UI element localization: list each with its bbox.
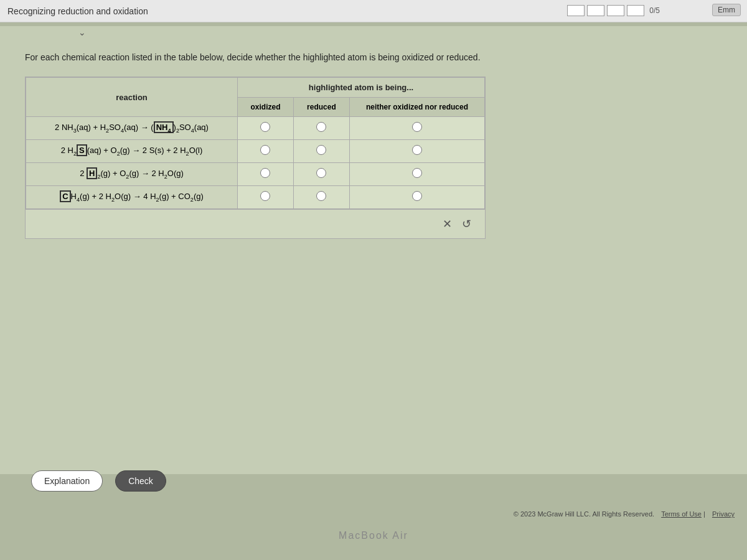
copyright-bar: © 2023 McGraw Hill LLC. All Rights Reser… bbox=[514, 510, 735, 518]
oxidized-header: oxidized bbox=[238, 98, 294, 117]
radio-cell-r1-reduced[interactable] bbox=[293, 117, 349, 140]
reaction-1: 2 NH3(aq) + H2SO4(aq) → (NH4)2SO4(aq) bbox=[26, 117, 238, 140]
score-box-2 bbox=[587, 5, 604, 16]
neither-header: neither oxidized nor reduced bbox=[349, 98, 484, 117]
radio-cell-r3-reduced[interactable] bbox=[293, 163, 349, 186]
reactions-table: reaction highlighted atom is being... ox… bbox=[26, 77, 485, 209]
radio-cell-r1-neither[interactable] bbox=[349, 117, 484, 140]
radio-r4-oxidized[interactable] bbox=[260, 191, 270, 201]
radio-cell-r4-neither[interactable] bbox=[349, 186, 484, 209]
table-row: 2 H2(g) + O2(g) → 2 H2O(g) bbox=[26, 163, 485, 186]
reaction-4: CH4(g) + 2 H2O(g) → 4 H2(g) + CO2(g) bbox=[26, 186, 238, 209]
reactions-table-container: reaction highlighted atom is being... ox… bbox=[25, 77, 486, 239]
radio-r3-reduced[interactable] bbox=[316, 168, 326, 178]
radio-r2-neither[interactable] bbox=[412, 145, 422, 155]
undo-icon[interactable]: ↺ bbox=[457, 215, 476, 233]
main-content: For each chemical reaction listed in the… bbox=[0, 39, 747, 474]
radio-r1-reduced[interactable] bbox=[316, 122, 326, 132]
radio-r4-reduced[interactable] bbox=[316, 191, 326, 201]
radio-cell-r4-oxidized[interactable] bbox=[238, 186, 294, 209]
page-title: Recognizing reduction and oxidation bbox=[7, 6, 148, 16]
emm-button[interactable]: Emm bbox=[712, 4, 741, 16]
radio-r2-oxidized[interactable] bbox=[260, 145, 270, 155]
macbook-label: MacBook Air bbox=[339, 530, 408, 541]
top-bar: Recognizing reduction and oxidation 0/5 … bbox=[0, 0, 747, 22]
copyright-text: © 2023 McGraw Hill LLC. All Rights Reser… bbox=[514, 510, 654, 518]
radio-r3-oxidized[interactable] bbox=[260, 168, 270, 178]
clear-icon[interactable]: ✕ bbox=[438, 215, 457, 233]
score-text: 0/5 bbox=[649, 6, 660, 15]
check-button[interactable]: Check bbox=[115, 470, 166, 492]
divider: | bbox=[703, 510, 707, 518]
score-box-3 bbox=[607, 5, 624, 16]
radio-cell-r4-reduced[interactable] bbox=[293, 186, 349, 209]
explanation-button[interactable]: Explanation bbox=[31, 470, 103, 492]
radio-cell-r3-oxidized[interactable] bbox=[238, 163, 294, 186]
score-box-4 bbox=[627, 5, 644, 16]
reaction-2: 2 H2S(aq) + O2(g) → 2 S(s) + 2 H2O(l) bbox=[26, 140, 238, 163]
action-icons-row: ✕ ↺ bbox=[26, 209, 485, 238]
score-area: 0/5 bbox=[567, 5, 660, 16]
table-row: 2 H2S(aq) + O2(g) → 2 S(s) + 2 H2O(l) bbox=[26, 140, 485, 163]
radio-cell-r2-neither[interactable] bbox=[349, 140, 484, 163]
terms-link[interactable]: Terms of Use bbox=[661, 510, 702, 518]
radio-r1-oxidized[interactable] bbox=[260, 122, 270, 132]
radio-r4-neither[interactable] bbox=[412, 191, 422, 201]
radio-cell-r2-reduced[interactable] bbox=[293, 140, 349, 163]
collapse-button[interactable]: ⌄ bbox=[75, 26, 90, 39]
radio-cell-r1-oxidized[interactable] bbox=[238, 117, 294, 140]
footer-bar: Explanation Check bbox=[0, 464, 747, 498]
score-box-1 bbox=[567, 5, 585, 16]
radio-r2-reduced[interactable] bbox=[316, 145, 326, 155]
table-row: 2 NH3(aq) + H2SO4(aq) → (NH4)2SO4(aq) bbox=[26, 117, 485, 140]
radio-cell-r2-oxidized[interactable] bbox=[238, 140, 294, 163]
radio-r3-neither[interactable] bbox=[412, 168, 422, 178]
reaction-col-header: reaction bbox=[26, 78, 238, 117]
radio-cell-r3-neither[interactable] bbox=[349, 163, 484, 186]
reaction-3: 2 H2(g) + O2(g) → 2 H2O(g) bbox=[26, 163, 238, 186]
highlighted-header: highlighted atom is being... bbox=[238, 78, 485, 98]
table-row: CH4(g) + 2 H2O(g) → 4 H2(g) + CO2(g) bbox=[26, 186, 485, 209]
radio-r1-neither[interactable] bbox=[412, 122, 422, 132]
instruction-text: For each chemical reaction listed in the… bbox=[25, 51, 722, 64]
privacy-link[interactable]: Privacy bbox=[712, 510, 735, 518]
reduced-header: reduced bbox=[293, 98, 349, 117]
